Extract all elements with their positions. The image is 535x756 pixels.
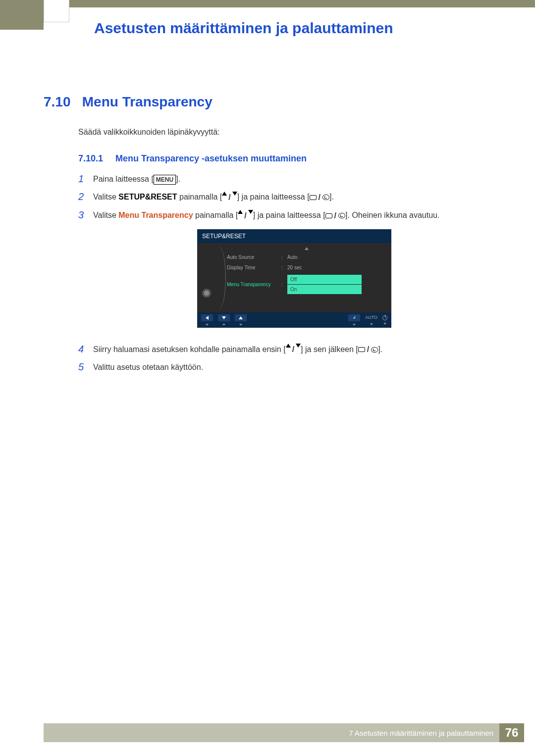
gear-icon [202, 289, 211, 298]
osd-row-menu-transparency: Menu Transparency: Off On [227, 273, 386, 296]
step-4: 4 Siirry haluamasi asetuksen kohdalle pa… [78, 344, 495, 356]
osd-screenshot: SETUP&RESET Auto Source:Auto Display Tim… [197, 229, 391, 328]
osd-nav-bar: ↲ AUTO [197, 312, 391, 328]
section-heading: 7.10 Menu Transparency [44, 94, 213, 110]
subsection-heading: 7.10.1 Menu Transparency -asetuksen muut… [78, 153, 307, 164]
header-color-block [0, 0, 44, 30]
header-tab [44, 0, 69, 22]
step-number: 4 [78, 344, 93, 355]
nav-back-icon [201, 314, 213, 321]
nav-auto-label: AUTO [365, 314, 377, 321]
footer-text: 7 Asetusten määrittäminen ja palauttamin… [349, 729, 499, 737]
step-text: Valitse SETUP&RESET painamalla [/] ja pa… [93, 191, 495, 203]
nav-down-icon [218, 314, 230, 321]
up-down-icon: / [222, 192, 237, 203]
page-footer: 7 Asetusten määrittäminen ja palauttamin… [44, 723, 524, 742]
step-5: 5 Valittu asetus otetaan käyttöön. [78, 361, 495, 373]
page-number: 76 [499, 723, 524, 742]
step-text: Valittu asetus otetaan käyttöön. [93, 361, 495, 373]
step-2: 2 Valitse SETUP&RESET painamalla [/] ja … [78, 191, 495, 203]
osd-option-off: Off [287, 275, 362, 284]
step-number: 2 [78, 191, 93, 202]
intro-text: Säädä valikkoikkunoiden läpinäkyvyyttä: [78, 128, 220, 137]
osd-option-on: On [287, 285, 362, 294]
scroll-up-icon [305, 247, 309, 250]
subsection-number: 7.10.1 [78, 153, 113, 164]
step-1: 1 Paina laitteessa [MENU]. [78, 173, 495, 185]
section-title: Menu Transparency [82, 94, 213, 109]
step-3: 3 Valitse Menu Transparency painamalla [… [78, 209, 495, 338]
up-down-icon: / [286, 344, 301, 355]
osd-title: SETUP&RESET [197, 229, 391, 243]
chapter-title: Asetusten määrittäminen ja palauttaminen [94, 20, 393, 37]
source-enter-icon: / [325, 210, 345, 222]
header-strip [69, 0, 535, 7]
step-number: 1 [78, 173, 93, 185]
menu-button-label: MENU [154, 175, 176, 185]
up-down-icon: / [238, 210, 253, 222]
steps-list: 1 Paina laitteessa [MENU]. 2 Valitse SET… [78, 173, 495, 379]
osd-row-auto-source: Auto Source:Auto [227, 252, 386, 262]
step-text: Paina laitteessa [MENU]. [93, 173, 495, 185]
section-number: 7.10 [44, 94, 78, 110]
subsection-title: Menu Transparency -asetuksen muuttaminen [115, 153, 307, 163]
nav-up-icon [235, 314, 247, 321]
step-text: Valitse Menu Transparency painamalla [/]… [93, 209, 495, 338]
power-icon [382, 315, 387, 320]
osd-row-display-time: Display Time:20 sec [227, 262, 386, 273]
osd-sidebar [197, 243, 217, 312]
step-number: 5 [78, 361, 93, 373]
step-number: 3 [78, 209, 93, 221]
step-text: Siirry haluamasi asetuksen kohdalle pain… [93, 344, 495, 356]
nav-enter-icon: ↲ [348, 314, 360, 321]
source-enter-icon: / [358, 344, 378, 355]
source-enter-icon: / [310, 192, 329, 203]
